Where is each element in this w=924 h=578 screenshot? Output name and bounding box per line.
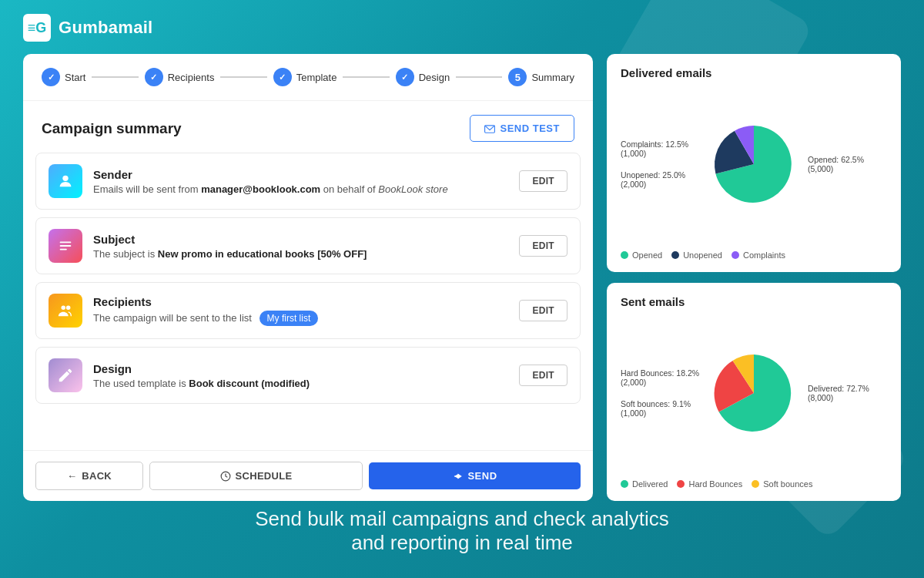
- soft-bounces-label: Soft bounces: 9.1% (1,000): [621, 399, 700, 418]
- send-button[interactable]: SEND: [369, 462, 581, 489]
- tagline-line2: and reporting in real time: [0, 531, 924, 555]
- subject-edit-button[interactable]: EDIT: [519, 235, 567, 257]
- connector-4: [456, 76, 502, 78]
- campaign-header: Campaign summary SEND TEST: [23, 101, 593, 153]
- step-start-label: Start: [65, 72, 85, 83]
- complaints-label: Complaints: 12.5% (1,000): [621, 139, 700, 158]
- opened-label: Opened: 62.5% (5,000): [808, 155, 887, 173]
- envelope-icon: [484, 124, 495, 133]
- recipients-desc: The campaign will be sent to the list My…: [93, 311, 508, 326]
- step-design: ✓ Design: [396, 68, 450, 86]
- svg-point-6: [66, 306, 71, 311]
- step-summary-icon: 5: [508, 68, 527, 86]
- summary-item-recipients: Recipients The campaign will be sent to …: [35, 282, 581, 339]
- recipients-title: Recipients: [93, 295, 508, 308]
- logo-text: Gumbamail: [59, 18, 153, 38]
- tagline-line1: Send bulk mail campaigns and check analy…: [0, 507, 924, 531]
- person-icon: [57, 173, 74, 190]
- delivered-dot: [621, 480, 628, 488]
- step-start-icon: ✓: [42, 68, 60, 86]
- logo-icon: ≡G: [23, 14, 51, 42]
- pencil-icon: [57, 367, 74, 384]
- step-summary-label: Summary: [531, 72, 574, 83]
- subject-icon: [49, 229, 82, 263]
- legend-unopened: Unopened: [671, 250, 722, 260]
- step-template-icon: ✓: [273, 68, 292, 86]
- step-recipients: ✓ Recipients: [145, 68, 215, 86]
- sender-desc: Emails will be sent from manager@bookloo…: [93, 183, 508, 195]
- unopened-label: Unopened: 25.0% (2,000): [621, 170, 700, 189]
- delivered-right-label: Delivered: 72.7% (8,000): [808, 384, 887, 402]
- delivered-chart-title: Delivered emails: [621, 66, 887, 79]
- design-desc: The used template is Book discount (modi…: [93, 378, 508, 389]
- complaints-dot: [732, 251, 739, 259]
- step-template-label: Template: [296, 72, 337, 83]
- send-arrow-icon: [452, 471, 463, 482]
- lines-icon: [57, 237, 74, 254]
- delivered-pie-svg: [708, 118, 800, 210]
- sent-chart-area: Hard Bounces: 18.2% (2,000) Soft bounces…: [621, 316, 887, 473]
- tagline: Send bulk mail campaigns and check analy…: [0, 507, 924, 555]
- recipients-content: Recipients The campaign will be sent to …: [93, 295, 508, 326]
- svg-point-5: [62, 306, 66, 311]
- svg-rect-2: [60, 242, 72, 244]
- svg-marker-11: [458, 473, 462, 479]
- sent-emails-panel: Sent emails Hard Bounces: 18.2% (2,000) …: [607, 283, 901, 501]
- step-summary[interactable]: 5 Summary: [508, 68, 574, 86]
- sent-legend: Delivered Hard Bounces Soft bounces: [621, 479, 887, 489]
- svg-rect-4: [60, 249, 67, 250]
- opened-dot: [621, 251, 628, 259]
- delivered-legend: Opened Unopened Complaints: [621, 250, 887, 260]
- unopened-dot: [671, 251, 679, 259]
- send-test-button[interactable]: SEND TEST: [470, 115, 574, 142]
- recipients-edit-button[interactable]: EDIT: [519, 300, 567, 321]
- campaign-panel: ✓ Start ✓ Recipients ✓ Template ✓ Design…: [23, 54, 593, 501]
- step-recipients-icon: ✓: [145, 68, 163, 86]
- sender-title: Sender: [93, 168, 508, 181]
- stepper: ✓ Start ✓ Recipients ✓ Template ✓ Design…: [23, 54, 593, 101]
- legend-complaints: Complaints: [732, 250, 785, 260]
- sender-content: Sender Emails will be sent from manager@…: [93, 168, 508, 195]
- connector-3: [343, 76, 389, 78]
- sender-icon: [49, 164, 82, 198]
- connector-1: [92, 76, 138, 78]
- sender-edit-button[interactable]: EDIT: [519, 170, 567, 192]
- schedule-button[interactable]: SCHEDULE: [149, 462, 363, 490]
- subject-desc: The subject is New promo in educational …: [93, 248, 508, 260]
- right-panels: Delivered emails Complaints: 12.5% (1,00…: [607, 54, 901, 501]
- delivered-emails-panel: Delivered emails Complaints: 12.5% (1,00…: [607, 54, 901, 272]
- list-badge: My first list: [259, 311, 319, 326]
- svg-rect-3: [60, 245, 72, 247]
- sent-pie-labels-left: Hard Bounces: 18.2% (2,000) Soft bounces…: [621, 368, 700, 421]
- delivered-pie-chart: [708, 118, 800, 213]
- content-area: ✓ Start ✓ Recipients ✓ Template ✓ Design…: [23, 54, 901, 501]
- svg-point-1: [62, 176, 68, 181]
- campaign-footer: ← BACK SCHEDULE SEND: [23, 450, 593, 501]
- sent-chart-title: Sent emails: [621, 295, 887, 308]
- design-edit-button[interactable]: EDIT: [519, 365, 567, 386]
- step-template: ✓ Template: [273, 68, 337, 86]
- step-design-icon: ✓: [396, 68, 414, 86]
- group-icon: [57, 302, 74, 319]
- design-content: Design The used template is Book discoun…: [93, 362, 508, 389]
- app-header: ≡G Gumbamail: [23, 14, 153, 42]
- summary-items-list: Sender Emails will be sent from manager@…: [23, 153, 593, 450]
- back-button[interactable]: ← BACK: [35, 462, 143, 490]
- sent-pie-labels-right: Delivered: 72.7% (8,000): [808, 384, 887, 405]
- back-arrow-icon: ←: [67, 470, 77, 482]
- step-recipients-label: Recipients: [168, 72, 215, 83]
- delivered-pie-labels-right: Opened: 62.5% (5,000): [808, 155, 887, 176]
- step-design-label: Design: [419, 72, 450, 83]
- clock-icon: [220, 471, 231, 482]
- recipients-icon: [49, 294, 82, 328]
- delivered-chart-area: Complaints: 12.5% (1,000) Unopened: 25.0…: [621, 87, 887, 244]
- subject-content: Subject The subject is New promo in educ…: [93, 233, 508, 260]
- connector-2: [220, 76, 266, 78]
- hard-bounces-label: Hard Bounces: 18.2% (2,000): [621, 368, 700, 387]
- step-start: ✓ Start: [42, 68, 85, 86]
- design-title: Design: [93, 362, 508, 375]
- sent-pie-chart: [708, 347, 800, 442]
- summary-item-subject: Subject The subject is New promo in educ…: [35, 217, 581, 274]
- legend-soft-bounces: Soft bounces: [752, 479, 812, 489]
- hard-bounces-dot: [677, 480, 685, 488]
